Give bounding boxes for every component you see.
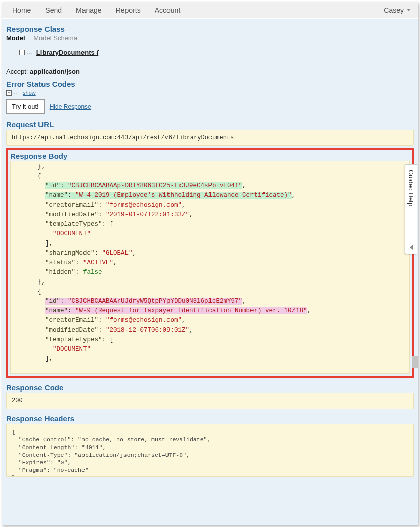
request-url-box: https://api.na1.echosign.com:443/api/res… <box>6 130 414 146</box>
tab-model-schema[interactable]: Model Schema <box>33 34 77 42</box>
tab-model[interactable]: Model <box>6 34 25 42</box>
chevron-left-icon <box>410 245 413 250</box>
response-code-heading: Response Code <box>6 383 414 392</box>
hide-response-link[interactable]: Hide Response <box>50 103 91 110</box>
response-class-heading: Response Class <box>6 25 414 33</box>
try-row: Try it out! Hide Response <box>6 99 414 114</box>
expand-error-icon[interactable]: + <box>6 90 12 96</box>
nav-account[interactable]: Account <box>148 3 188 17</box>
response-headers-box: { "Cache-Control": "no-cache, no-store, … <box>6 424 414 477</box>
chevron-down-icon <box>407 9 411 11</box>
model-label[interactable]: LibraryDocuments { <box>36 49 99 56</box>
top-nav: Home Send Manage Reports Account Casey <box>2 2 418 18</box>
ellipsis-icon: ··· <box>14 89 19 96</box>
accept-line: Accept: application/json <box>6 68 414 75</box>
nav-send[interactable]: Send <box>38 3 69 17</box>
content-area: Response Class Model Model Schema + ··· … <box>2 19 418 525</box>
error-status-codes-heading: Error Status Codes <box>6 79 414 88</box>
nav-manage[interactable]: Manage <box>69 3 109 17</box>
error-codes-row: + ··· show <box>6 89 414 96</box>
response-body-highlight: Response Body }, { "id": "CBJCHBCAABAAp-… <box>6 148 414 378</box>
response-body-box[interactable]: }, { "id": "CBJCHBCAABAAp-DRIY8063tC25-L… <box>10 161 410 374</box>
model-row: + ··· LibraryDocuments { <box>6 47 414 58</box>
response-headers-heading: Response Headers <box>6 414 414 423</box>
model-tabs: Model Model Schema <box>6 34 414 43</box>
ellipsis-icon: ··· <box>27 49 32 56</box>
show-link[interactable]: show <box>23 90 36 96</box>
guided-help-label: Guided Help <box>407 165 415 245</box>
nav-home[interactable]: Home <box>5 3 38 17</box>
user-name: Casey <box>384 6 404 14</box>
response-code-box: 200 <box>6 393 414 409</box>
nav-reports[interactable]: Reports <box>109 3 148 17</box>
response-body-heading: Response Body <box>10 152 410 160</box>
try-it-out-button[interactable]: Try it out! <box>6 99 45 114</box>
expand-icon[interactable]: + <box>19 50 25 55</box>
request-url-heading: Request URL <box>6 120 414 129</box>
user-menu[interactable]: Casey <box>384 6 415 14</box>
response-body-content: }, { "id": "CBJCHBCAABAAp-DRIY8063tC25-L… <box>10 161 410 374</box>
guided-help-tab[interactable]: Guided Help <box>405 164 417 254</box>
scrollbar-thumb[interactable] <box>412 356 418 368</box>
